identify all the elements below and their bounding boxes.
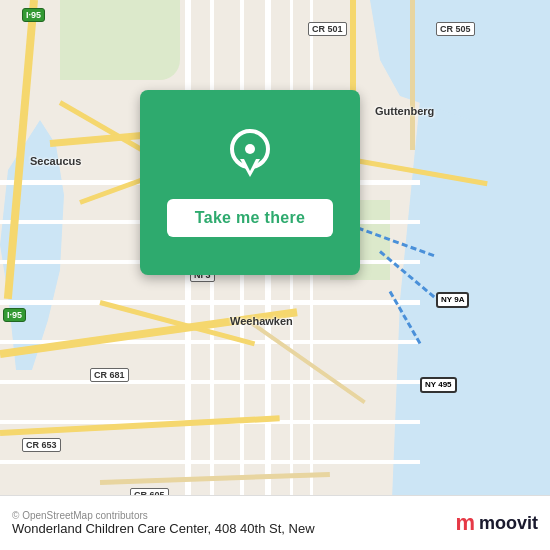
ny495-shield: NY 495 [420,377,457,393]
pin-tail-inner [243,157,257,171]
road-v3 [240,0,244,550]
moovit-text: moovit [479,513,538,534]
location-pin-icon [225,129,275,189]
road-h4 [0,300,420,305]
cr501-shield: CR 501 [308,22,347,36]
cr653-shield: CR 653 [22,438,61,452]
green-card: Take me there [140,90,360,275]
park-area [60,0,180,80]
road-right-v2 [410,0,415,150]
pin-dot [245,144,255,154]
road-v4 [265,0,271,550]
map-container: Secaucus Guttenberg Weehawken I·95 CR 50… [0,0,550,550]
road-h8 [0,460,420,464]
ny9a-shield: NY 9A [436,292,469,308]
road-v5 [290,0,293,550]
road-v6 [310,0,313,550]
cr681-shield: CR 681 [90,368,129,382]
i95-bottom-shield: I·95 [3,308,26,322]
take-me-there-button[interactable]: Take me there [167,199,333,237]
road-h6 [0,380,420,384]
osm-credit: © OpenStreetMap contributors [12,510,315,521]
moovit-logo: m moovit [455,510,538,536]
moovit-m-icon: m [455,510,475,536]
bottom-bar: © OpenStreetMap contributors Wonderland … [0,495,550,550]
i95-top-shield: I·95 [22,8,45,22]
bottom-left: © OpenStreetMap contributors Wonderland … [12,510,315,536]
cr505-shield: CR 505 [436,22,475,36]
location-text: Wonderland Children Care Center, 408 40t… [12,521,315,536]
